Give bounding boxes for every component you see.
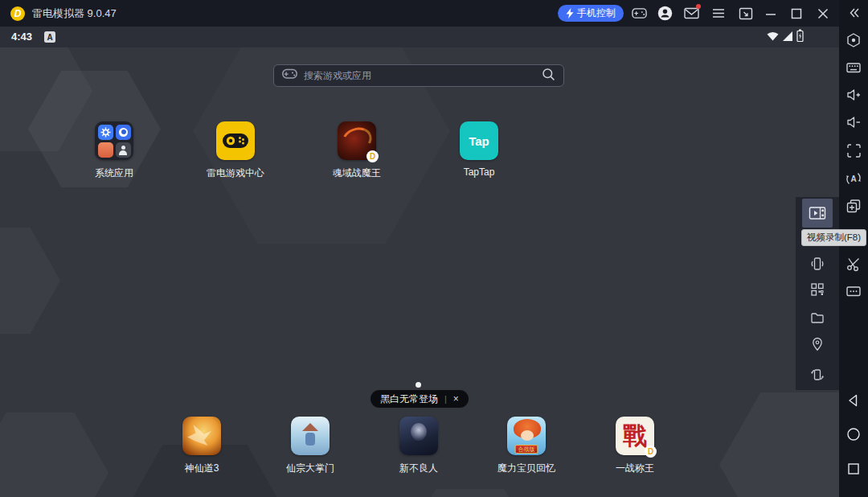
app-label: 系统应用 — [70, 166, 158, 180]
notification-pill[interactable]: 黑白无常登场 | × — [371, 390, 469, 408]
nav-back-icon[interactable] — [845, 392, 862, 409]
collapse-icon[interactable] — [845, 5, 862, 21]
account-icon[interactable] — [657, 6, 673, 21]
yizhan-chengwang-icon[interactable]: 戰 D — [616, 417, 654, 455]
app-label: 仙宗大掌门 — [266, 462, 354, 475]
hunyu-game-icon[interactable]: D — [338, 121, 376, 160]
notification-close-icon[interactable]: × — [453, 393, 459, 405]
app-system-folder[interactable]: 系统应用 — [70, 121, 158, 180]
notification-text: 黑白无常登场 — [380, 392, 438, 406]
magnifier-icon[interactable] — [542, 68, 555, 84]
menu-icon[interactable] — [710, 6, 726, 21]
android-statusbar: 4:43 A — [0, 27, 839, 47]
app-shenxiandao3[interactable]: 神仙道3 — [158, 417, 246, 475]
files-mini-icon — [98, 142, 113, 158]
titlebar: D 雷电模拟器 9.0.47 手机控制 — [0, 0, 839, 27]
toolbar-expanded-panel — [796, 197, 839, 390]
xinbuliangren-icon[interactable] — [399, 417, 438, 455]
volume-up-icon[interactable] — [845, 87, 862, 103]
nav-recents-icon[interactable] — [845, 461, 862, 477]
war-character: 戰 — [623, 424, 647, 448]
minimize-icon[interactable] — [763, 6, 778, 21]
mail-icon[interactable] — [684, 6, 699, 21]
signal-icon — [783, 30, 792, 44]
moli-baobei-icon[interactable]: 合战版 — [507, 417, 546, 455]
settings-mini-icon — [98, 125, 113, 140]
fullscreen-icon[interactable] — [845, 142, 862, 158]
close-icon[interactable] — [815, 6, 830, 21]
ld-game-center-icon[interactable] — [216, 121, 255, 160]
mail-unread-dot — [696, 4, 701, 9]
qr-scan-icon[interactable] — [809, 281, 825, 298]
shenxiandao3-icon[interactable] — [182, 417, 221, 455]
gamepad-icon[interactable] — [632, 6, 647, 21]
phone-control-button[interactable]: 手机控制 — [558, 5, 624, 22]
rotate-device-icon[interactable] — [809, 367, 825, 383]
maximize-icon[interactable] — [788, 6, 804, 21]
hexagon-decor — [719, 392, 839, 497]
video-record-icon[interactable] — [802, 199, 833, 228]
emulator-window: 4:43 A 搜索游戏或应用 系统应用 — [0, 0, 868, 497]
screenshot-scissors-icon[interactable] — [845, 256, 862, 272]
hexagon-decor — [0, 413, 108, 497]
svg-text:A: A — [850, 175, 856, 183]
app-label: 魂域战魔王 — [313, 166, 401, 180]
shared-folder-icon[interactable] — [809, 310, 825, 326]
ime-icon: A — [44, 31, 55, 43]
shake-phone-icon[interactable] — [809, 256, 825, 272]
system-apps-folder-icon[interactable] — [95, 121, 133, 160]
app-yizhan-chengwang[interactable]: 戰 D 一战称王 — [591, 417, 679, 475]
video-record-tooltip: 视频录制(F8) — [801, 229, 866, 246]
window-title: 雷电模拟器 9.0.47 — [32, 0, 117, 27]
xianzong-icon[interactable] — [291, 417, 330, 455]
app-icon-badge: 合战版 — [515, 445, 538, 454]
ldplayer-logo: D — [10, 6, 25, 21]
app-ld-game-center[interactable]: 雷电游戏中心 — [191, 121, 280, 180]
app-xianzong[interactable]: 仙宗大掌门 — [266, 417, 354, 475]
virtual-keyboard-icon[interactable] — [845, 60, 862, 76]
app-label: 魔力宝贝回忆 — [482, 462, 571, 475]
volume-down-icon[interactable] — [845, 114, 862, 130]
virtual-location-icon[interactable] — [809, 336, 825, 352]
nav-home-icon[interactable] — [845, 426, 862, 442]
taptap-icon[interactable]: Tap — [460, 121, 498, 160]
battery-charging-icon — [796, 29, 804, 45]
lightning-icon — [566, 8, 574, 18]
hexagon-decor — [402, 489, 538, 497]
app-label: 新不良人 — [375, 462, 463, 475]
wifi-icon — [767, 30, 779, 44]
gamepad-icon — [282, 68, 297, 83]
more-icon[interactable] — [845, 283, 862, 299]
mini-window-icon[interactable] — [738, 6, 753, 21]
app-label: 神仙道3 — [158, 462, 246, 475]
app-label: TapTap — [435, 166, 523, 178]
app-moli-baobei[interactable]: 合战版 魔力宝贝回忆 — [482, 417, 571, 475]
multi-instance-icon[interactable] — [845, 198, 862, 214]
contacts-mini-icon — [116, 142, 131, 158]
app-taptap[interactable]: Tap TapTap — [435, 121, 523, 178]
app-label: 雷电游戏中心 — [191, 166, 280, 180]
search-input[interactable]: 搜索游戏或应用 — [273, 64, 564, 87]
hexagon-decor — [0, 228, 60, 334]
search-placeholder: 搜索游戏或应用 — [304, 69, 542, 83]
app-xinbuliangren[interactable]: 新不良人 — [375, 417, 463, 475]
app-hunyu-game[interactable]: D 魂域战魔王 — [313, 121, 401, 180]
macro-record-icon[interactable] — [845, 32, 862, 48]
taptap-icon-text: Tap — [469, 134, 489, 148]
app-label: 一战称王 — [591, 462, 679, 475]
clock: 4:43 — [11, 27, 32, 47]
rotate-screen-icon[interactable]: A — [845, 170, 862, 187]
android-screen: 4:43 A 搜索游戏或应用 系统应用 — [0, 27, 839, 497]
phone-control-label: 手机控制 — [577, 6, 616, 20]
notification-divider: | — [444, 394, 447, 404]
ld-badge-icon: D — [645, 446, 657, 458]
page-indicator-dot — [416, 382, 421, 388]
ld-badge-icon: D — [366, 150, 379, 162]
browser-mini-icon — [116, 125, 131, 140]
